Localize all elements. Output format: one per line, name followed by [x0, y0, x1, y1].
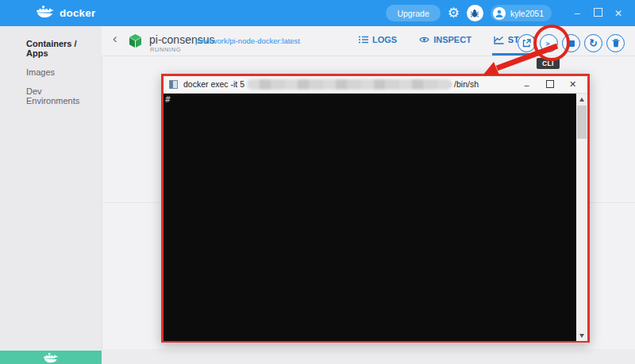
cli-button[interactable]: >_ — [540, 34, 558, 52]
sidebar-item-containers-apps[interactable]: Containers / Apps — [0, 34, 102, 63]
username-label: kyle2051 — [510, 9, 544, 18]
statusbar — [102, 349, 635, 364]
docker-whale-icon — [37, 5, 55, 21]
delete-button[interactable] — [606, 34, 625, 52]
terminal-output-area[interactable]: # — [164, 94, 587, 341]
app-titlebar: docker Upgrade ⚙ kyle2051 — [0, 0, 635, 26]
upgrade-button[interactable]: Upgrade — [386, 5, 440, 21]
container-status: RUNNING — [150, 46, 181, 53]
window-maximize-button[interactable] — [587, 8, 608, 19]
terminal-maximize-button[interactable] — [538, 80, 561, 90]
tab-bar: LOGS INSPECT STATS — [357, 26, 537, 56]
stop-icon — [568, 40, 575, 47]
settings-gear-icon[interactable]: ⚙ — [448, 6, 460, 20]
troubleshoot-bug-icon[interactable] — [467, 5, 483, 21]
restart-button[interactable]: ↻ — [584, 34, 602, 52]
sidebar-item-dev-environments[interactable]: Dev Environments — [0, 82, 102, 110]
scrollbar-thumb[interactable] — [577, 105, 587, 139]
tab-logs[interactable]: LOGS — [357, 26, 398, 56]
stop-button[interactable] — [562, 34, 580, 52]
avatar-icon — [493, 7, 506, 20]
container-header: ‹ pi-consensus pinetwork/pi-node-docker:… — [102, 26, 635, 56]
scroll-up-icon[interactable] — [576, 94, 587, 105]
open-external-button[interactable] — [518, 34, 536, 52]
window-close-button[interactable]: ✕ — [608, 8, 629, 19]
docker-logo: docker — [37, 5, 95, 21]
container-actions: >_ ↻ — [518, 34, 625, 52]
terminal-minimize-button[interactable]: – — [515, 80, 538, 90]
terminal-titlebar[interactable]: docker exec -it 5/bin/sh – ✕ — [164, 76, 587, 94]
stats-chart-icon — [494, 36, 504, 44]
whale-status-icon — [44, 352, 59, 363]
window-minimize-button[interactable]: – — [567, 8, 587, 19]
shell-prompt: # — [165, 94, 171, 105]
container-cube-icon — [129, 33, 142, 52]
image-link[interactable]: pinetwork/pi-node-docker:latest — [195, 36, 300, 45]
inspect-eye-icon — [419, 36, 429, 44]
scroll-down-icon[interactable] — [576, 330, 587, 341]
redacted-container-id-blur — [247, 79, 452, 90]
account-menu[interactable]: kyle2051 — [491, 5, 552, 21]
tab-inspect[interactable]: INSPECT — [418, 26, 473, 56]
app-title: docker — [60, 7, 95, 19]
terminal-scrollbar[interactable] — [576, 94, 587, 341]
back-chevron-button[interactable]: ‹ — [113, 32, 117, 45]
sidebar-item-images[interactable]: Images — [0, 63, 102, 82]
terminal-title: docker exec -it 5/bin/sh — [183, 79, 479, 90]
docker-running-indicator — [0, 351, 102, 364]
sidebar: Containers / Apps Images Dev Environment… — [0, 26, 102, 350]
terminal-close-button[interactable]: ✕ — [561, 79, 584, 90]
console-window-icon — [169, 80, 178, 89]
restart-icon: ↻ — [588, 37, 598, 49]
trash-icon — [612, 39, 620, 48]
cli-terminal-window: docker exec -it 5/bin/sh – ✕ # — [161, 74, 590, 343]
docker-desktop-window: docker Upgrade ⚙ kyle2051 — [0, 0, 635, 364]
open-external-icon — [522, 39, 531, 48]
cli-terminal-icon: >_ — [545, 40, 552, 48]
cli-tooltip: CLI — [537, 58, 560, 69]
logs-icon — [359, 36, 368, 44]
